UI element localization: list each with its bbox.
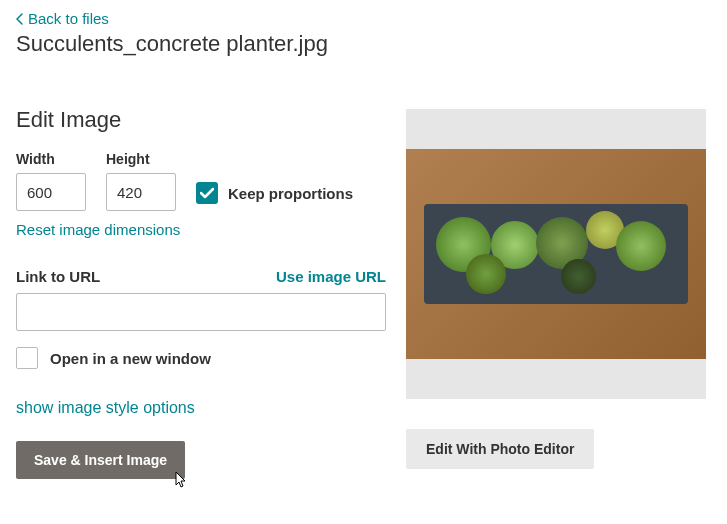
keep-proportions-checkbox[interactable] — [196, 182, 218, 204]
height-label: Height — [106, 151, 176, 167]
edit-image-title: Edit Image — [16, 107, 386, 133]
preview-image-content — [406, 149, 706, 359]
save-insert-button[interactable]: Save & Insert Image — [16, 441, 185, 479]
width-label: Width — [16, 151, 86, 167]
open-new-window-checkbox[interactable] — [16, 347, 38, 369]
width-input[interactable] — [16, 173, 86, 211]
use-image-url-link[interactable]: Use image URL — [276, 268, 386, 285]
keep-proportions-label: Keep proportions — [228, 185, 353, 202]
url-input[interactable] — [16, 293, 386, 331]
reset-dimensions-link[interactable]: Reset image dimensions — [16, 221, 180, 238]
back-link-text: Back to files — [28, 10, 109, 27]
open-new-window-label: Open in a new window — [50, 350, 211, 367]
height-input[interactable] — [106, 173, 176, 211]
checkmark-icon — [200, 187, 214, 199]
show-style-options-link[interactable]: show image style options — [16, 399, 195, 417]
filename-title: Succulents_concrete planter.jpg — [16, 31, 711, 57]
chevron-left-icon — [16, 13, 24, 25]
image-preview — [406, 109, 706, 399]
back-to-files-link[interactable]: Back to files — [16, 10, 109, 27]
edit-with-photo-editor-button[interactable]: Edit With Photo Editor — [406, 429, 594, 469]
link-to-url-label: Link to URL — [16, 268, 100, 285]
